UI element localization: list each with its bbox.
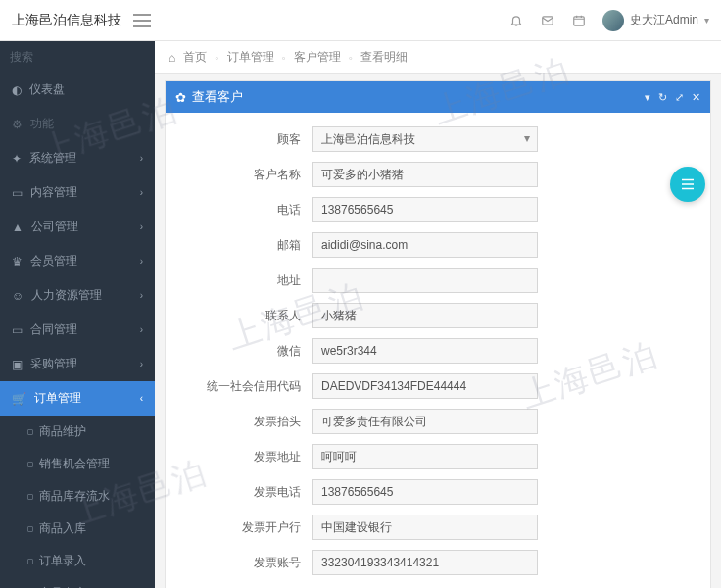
sidebar-item-contract[interactable]: ▭合同管理› xyxy=(0,313,155,347)
user-menu[interactable]: 史大江Admin ▾ xyxy=(602,10,709,31)
label-invoice-acct: 发票账号 xyxy=(185,555,312,571)
input-wechat[interactable] xyxy=(312,338,538,364)
chevron-right-icon: › xyxy=(140,256,143,267)
fab-button[interactable] xyxy=(670,167,705,202)
label-invoice-bank: 发票开户行 xyxy=(185,519,312,536)
panel-header: ✿ 查看客户 ▾ ↻ ⤢ ✕ xyxy=(166,81,710,113)
sidebar-sub-product[interactable]: 商品维护 xyxy=(0,416,155,448)
sidebar-sub-stock-flow[interactable]: 商品库存流水 xyxy=(0,480,155,513)
form: 顾客上海邑泊信息科技 客户名称 电话 邮箱 地址 联系人 微信 统一社会信用代码… xyxy=(166,113,710,588)
svg-rect-1 xyxy=(574,16,585,24)
label-invoice-phone: 发票电话 xyxy=(185,484,312,501)
box-icon: ▣ xyxy=(12,358,23,371)
label-invoice-addr: 发票地址 xyxy=(185,449,312,466)
select-customer[interactable]: 上海邑泊信息科技 xyxy=(312,126,538,152)
input-invoice-addr[interactable] xyxy=(312,444,538,469)
label-uscc: 统一社会信用代码 xyxy=(185,378,312,395)
menu-icon xyxy=(679,175,697,193)
sidebar-item-hr[interactable]: ☺人力资源管理› xyxy=(0,278,155,313)
label-email: 邮箱 xyxy=(185,237,312,254)
bell-icon[interactable] xyxy=(508,13,524,28)
breadcrumb-home[interactable]: 首页 xyxy=(183,49,207,66)
sidebar-item-order[interactable]: 🛒订单管理‹ xyxy=(0,381,155,416)
sidebar-item-member[interactable]: ♛会员管理› xyxy=(0,244,155,278)
input-invoice-phone[interactable] xyxy=(312,479,538,505)
chevron-right-icon: › xyxy=(140,324,143,335)
sidebar-item-dashboard[interactable]: ◐仪表盘 xyxy=(0,73,155,107)
label-address: 地址 xyxy=(185,272,312,289)
input-contact[interactable] xyxy=(312,303,538,328)
label-wechat: 微信 xyxy=(185,343,312,360)
sidebar-item-system[interactable]: ✦系统管理› xyxy=(0,141,155,175)
chevron-left-icon: ‹ xyxy=(140,393,143,404)
building-icon: ▲ xyxy=(12,220,24,234)
label-invoice-title: 发票抬头 xyxy=(185,414,312,430)
chevron-right-icon: › xyxy=(140,359,143,369)
calendar-icon[interactable] xyxy=(571,13,587,28)
chevron-right-icon: › xyxy=(140,153,143,164)
avatar xyxy=(602,10,624,31)
users-icon: ☺ xyxy=(12,289,24,303)
chevron-down-icon: ▾ xyxy=(704,15,709,25)
refresh-icon[interactable]: ↻ xyxy=(658,91,667,104)
cart-icon: 🛒 xyxy=(12,392,26,406)
doc-icon: ▭ xyxy=(12,186,23,200)
chevron-right-icon: › xyxy=(140,290,143,301)
input-uscc[interactable] xyxy=(312,373,538,399)
file-icon: ▭ xyxy=(12,323,23,337)
search-input[interactable] xyxy=(10,50,155,64)
gear-icon: ⚙ xyxy=(12,118,23,131)
sidebar-item-company[interactable]: ▲公司管理› xyxy=(0,210,155,244)
chevron-right-icon: › xyxy=(140,221,143,232)
input-email[interactable] xyxy=(312,232,538,258)
crown-icon: ♛ xyxy=(12,255,23,269)
sidebar-item-function[interactable]: ⚙功能 xyxy=(0,107,155,141)
expand-icon[interactable]: ⤢ xyxy=(675,91,684,104)
input-invoice-bank[interactable] xyxy=(312,514,538,540)
close-icon[interactable]: ✕ xyxy=(692,91,700,104)
gauge-icon: ◐ xyxy=(12,83,22,97)
input-phone[interactable] xyxy=(312,197,538,222)
label-customer: 顾客 xyxy=(185,131,312,148)
input-invoice-title[interactable] xyxy=(312,409,538,434)
label-phone: 电话 xyxy=(185,202,312,219)
user-name: 史大江Admin xyxy=(630,12,698,28)
chevron-right-icon: › xyxy=(140,187,143,198)
breadcrumb: ⌂ 首页 ◦ 订单管理 ◦ 客户管理 ◦ 查看明细 xyxy=(155,41,721,74)
home-icon[interactable]: ⌂ xyxy=(168,51,175,65)
sidebar-item-purchase[interactable]: ▣采购管理› xyxy=(0,347,155,381)
wrench-icon: ✦ xyxy=(12,152,22,166)
gear-icon: ✿ xyxy=(175,90,186,105)
brand-title: 上海邑泊信息科技 xyxy=(12,12,121,29)
sidebar-item-content[interactable]: ▭内容管理› xyxy=(0,175,155,210)
breadcrumb-l2[interactable]: 客户管理 xyxy=(294,49,341,66)
breadcrumb-l3: 查看明细 xyxy=(360,49,408,66)
sidebar-sub-order-entry[interactable]: 订单录入 xyxy=(0,545,155,577)
sidebar-sub-stock-in[interactable]: 商品入库 xyxy=(0,513,155,545)
menu-toggle[interactable] xyxy=(133,14,151,27)
panel-title: 查看客户 xyxy=(192,88,243,106)
collapse-icon[interactable]: ▾ xyxy=(645,91,650,104)
sidebar: ◐仪表盘 ⚙功能 ✦系统管理› ▭内容管理› ▲公司管理› ♛会员管理› ☺人力… xyxy=(0,41,155,588)
topbar: 上海邑泊信息科技 史大江Admin ▾ xyxy=(0,0,721,41)
sidebar-sub-sales-opp[interactable]: 销售机会管理 xyxy=(0,448,155,480)
input-name[interactable] xyxy=(312,162,538,187)
label-name: 客户名称 xyxy=(185,167,312,183)
mail-icon[interactable] xyxy=(540,13,555,28)
input-invoice-acct[interactable] xyxy=(312,550,538,575)
sidebar-sub-stock-out[interactable]: 商品出库 xyxy=(0,577,155,588)
breadcrumb-l1[interactable]: 订单管理 xyxy=(227,49,274,66)
input-address[interactable] xyxy=(312,268,538,293)
label-contact: 联系人 xyxy=(185,308,312,324)
panel: ✿ 查看客户 ▾ ↻ ⤢ ✕ 顾客上海邑泊信息科技 客户名称 电话 邮箱 地址 … xyxy=(165,80,711,588)
